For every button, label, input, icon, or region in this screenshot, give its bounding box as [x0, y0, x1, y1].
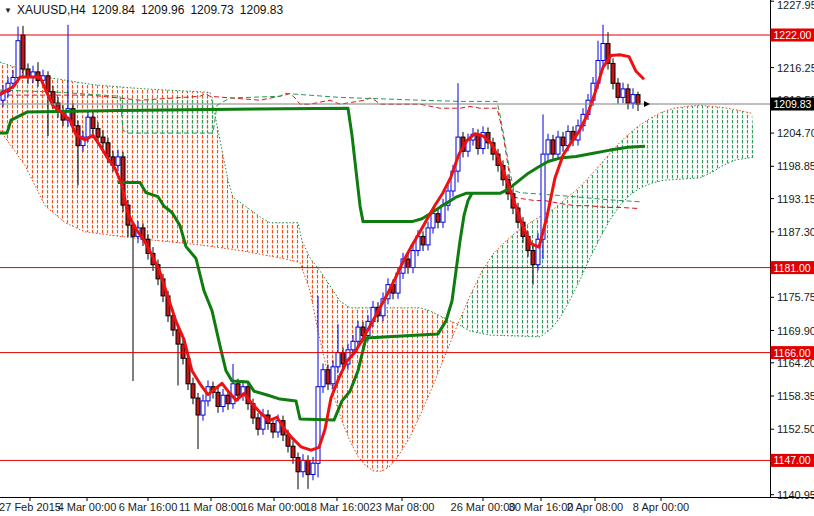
candle-body — [531, 251, 535, 265]
svg-text:1140.95: 1140.95 — [777, 489, 814, 501]
candle-body — [311, 463, 315, 474]
candle-body — [216, 392, 220, 406]
candle-body — [321, 370, 325, 387]
svg-text:30 Mar 16:00: 30 Mar 16:00 — [509, 501, 574, 513]
candle-body — [256, 418, 260, 429]
candle-body — [616, 83, 620, 97]
candle-body — [631, 95, 635, 104]
candle-body — [236, 384, 240, 395]
candle-body — [556, 137, 560, 154]
chevron-down-icon[interactable]: ▼ — [4, 6, 12, 15]
candle-body — [291, 446, 295, 457]
chart-canvas[interactable]: 1227.951216.251210.551204.701198.851193.… — [0, 0, 814, 516]
daily-cloud-lobe — [121, 96, 217, 133]
ohlc-high: 1209.96 — [141, 3, 184, 17]
svg-text:11 Mar 08:00: 11 Mar 08:00 — [179, 501, 243, 513]
candle-body — [11, 78, 15, 84]
candle-body — [431, 214, 435, 228]
candle-body — [226, 395, 230, 404]
candle-body — [116, 157, 120, 166]
candle-body — [356, 327, 360, 341]
candle-body — [91, 117, 95, 128]
candle-body — [271, 424, 275, 433]
svg-text:1169.90: 1169.90 — [777, 325, 814, 337]
candle-body — [196, 398, 200, 415]
svg-text:1204.70: 1204.70 — [777, 127, 814, 139]
svg-text:1158.35: 1158.35 — [777, 390, 814, 402]
candle-body — [561, 137, 565, 146]
svg-text:1227.95: 1227.95 — [777, 0, 814, 11]
svg-text:26 Mar 00:00: 26 Mar 00:00 — [451, 501, 516, 513]
candle-body — [191, 384, 195, 398]
candle-body — [406, 259, 410, 268]
candle-body — [96, 129, 100, 138]
svg-text:1147.00: 1147.00 — [774, 454, 811, 466]
candle-body — [411, 251, 415, 268]
candle-body — [326, 370, 330, 384]
candle-body — [426, 228, 430, 245]
candle-body — [221, 395, 225, 406]
candle-body — [101, 137, 105, 143]
candle-body — [336, 353, 340, 367]
svg-text:1181.00: 1181.00 — [774, 262, 811, 274]
svg-text:18 Mar 16:00: 18 Mar 16:00 — [305, 501, 370, 513]
candle-body — [601, 44, 605, 61]
candle-body — [611, 63, 615, 83]
ohlc-low: 1209.73 — [190, 3, 233, 17]
symbol-label: XAUUSD,H4 — [17, 3, 86, 17]
chart-svg[interactable]: 1227.951216.251210.551204.701198.851193.… — [0, 0, 814, 516]
candle-body — [201, 401, 205, 415]
candle-body — [546, 140, 550, 154]
svg-text:1193.15: 1193.15 — [777, 193, 814, 205]
candle-body — [626, 89, 630, 103]
svg-text:1175.75: 1175.75 — [777, 291, 814, 303]
candle-body — [86, 117, 90, 137]
candle-body — [341, 353, 345, 364]
candle-body — [296, 458, 300, 472]
svg-text:2 Apr 08:00: 2 Apr 08:00 — [567, 501, 623, 513]
candle-body — [16, 41, 20, 78]
candle-body — [351, 341, 355, 350]
svg-text:4 Mar 00:00: 4 Mar 00:00 — [58, 501, 117, 513]
candle-body — [636, 95, 640, 105]
candle-body — [621, 89, 625, 98]
ohlc-close: 1209.83 — [240, 3, 283, 17]
svg-text:1152.50: 1152.50 — [777, 423, 814, 435]
svg-text:27 Feb 2015: 27 Feb 2015 — [0, 501, 61, 513]
candle-body — [21, 35, 25, 69]
svg-text:23 Mar 08:00: 23 Mar 08:00 — [370, 501, 435, 513]
svg-text:1198.85: 1198.85 — [777, 160, 814, 172]
candle-body — [421, 236, 425, 245]
symbol-header: ▼XAUUSD,H41209.841209.961209.731209.83 — [4, 3, 289, 17]
svg-text:1222.00: 1222.00 — [774, 29, 812, 41]
candle-body — [316, 387, 320, 464]
candle-body — [436, 214, 440, 223]
candle-body — [551, 140, 555, 154]
svg-text:1216.25: 1216.25 — [777, 62, 814, 74]
svg-text:8 Apr 00:00: 8 Apr 00:00 — [633, 501, 689, 513]
candle-body — [301, 460, 305, 471]
candle-body — [306, 460, 310, 474]
chart-window: 1227.951216.251210.551204.701198.851193.… — [0, 0, 814, 516]
svg-text:1166.00: 1166.00 — [774, 347, 811, 359]
svg-text:6 Mar 16:00: 6 Mar 16:00 — [119, 501, 178, 513]
svg-text:1209.83: 1209.83 — [774, 98, 812, 110]
svg-text:16 Mar 00:00: 16 Mar 00:00 — [242, 501, 307, 513]
candle-body — [331, 367, 335, 384]
svg-text:1187.30: 1187.30 — [777, 226, 814, 238]
ohlc-open: 1209.84 — [92, 3, 135, 17]
